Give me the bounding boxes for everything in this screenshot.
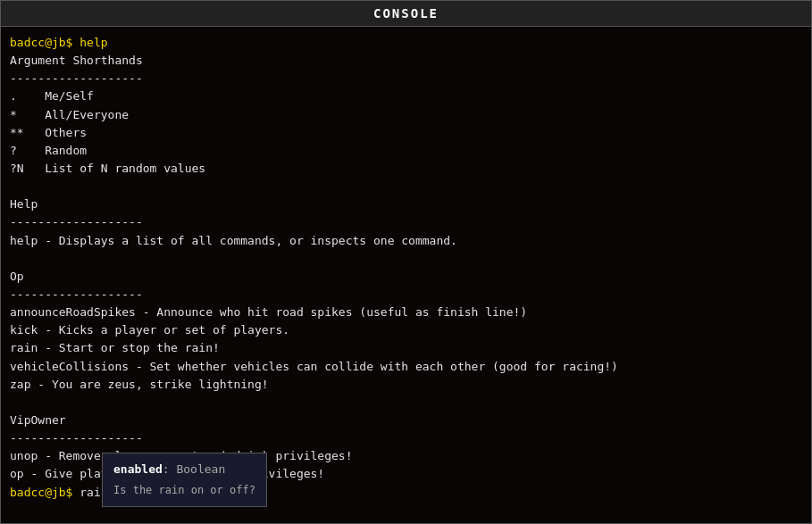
shorthand-others: ** Others bbox=[10, 124, 802, 142]
prompt-label: badcc@jb$ bbox=[10, 486, 80, 499]
console-window: CONSOLE badcc@jb$ help Argument Shorthan… bbox=[0, 0, 812, 524]
op-cmd-rain: rain - Start or stop the rain! bbox=[10, 339, 802, 357]
autocomplete-desc: Is the rain on or off? bbox=[113, 482, 255, 499]
param-name: enabled bbox=[113, 462, 163, 476]
op-section-header: Op bbox=[10, 268, 802, 286]
divider-1: ------------------- bbox=[10, 70, 802, 87]
shorthand-all: * All/Everyone bbox=[10, 106, 802, 124]
help-section-header: Help bbox=[10, 195, 802, 213]
op-cmd-announceroadspikes: announceRoadSpikes - Announce who hit ro… bbox=[10, 304, 802, 321]
help-cmd-desc: help - Displays a list of all commands, … bbox=[10, 232, 802, 250]
vipowner-section-header: VipOwner bbox=[10, 412, 802, 429]
divider-3: ------------------- bbox=[10, 286, 802, 304]
op-cmd-vehiclecollisions: vehicleCollisions - Set whether vehicles… bbox=[10, 358, 802, 376]
autocomplete-popup: enabled: Boolean Is the rain on or off? bbox=[102, 453, 267, 507]
op-cmd-zap: zap - You are zeus, strike lightning! bbox=[10, 376, 802, 394]
console-title: CONSOLE bbox=[1, 1, 811, 27]
shorthand-random: ? Random bbox=[10, 142, 802, 160]
argument-shorthands-header: Argument Shorthands bbox=[10, 52, 802, 70]
op-cmd-kick: kick - Kicks a player or set of players. bbox=[10, 321, 802, 339]
autocomplete-param: enabled: Boolean bbox=[113, 461, 255, 478]
shorthand-self: . Me/Self bbox=[10, 87, 802, 105]
help-prompt-line: badcc@jb$ help bbox=[10, 34, 802, 52]
divider-4: ------------------- bbox=[10, 429, 802, 447]
shorthand-n: ?N List of N random values bbox=[10, 160, 802, 178]
param-type: : Boolean bbox=[163, 462, 225, 476]
divider-2: ------------------- bbox=[10, 213, 802, 231]
console-body[interactable]: badcc@jb$ help Argument Shorthands -----… bbox=[1, 27, 811, 523]
